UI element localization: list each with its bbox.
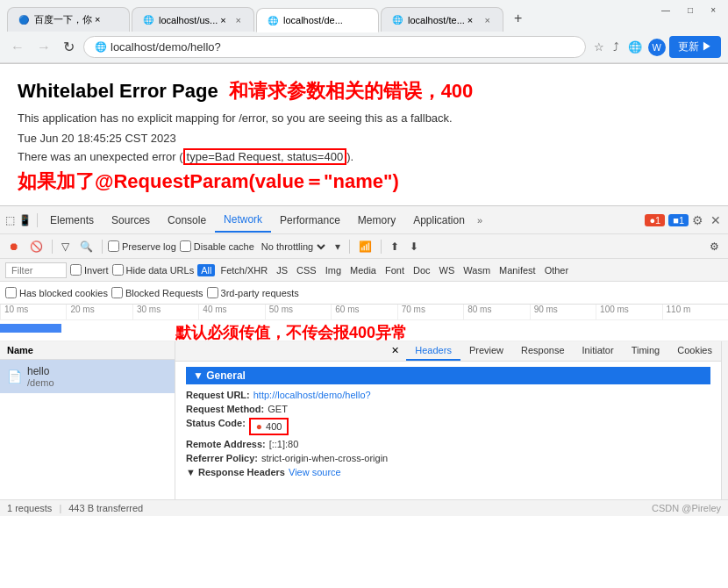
- error-desc: This application has no explicit mapping…: [18, 111, 710, 125]
- devtools-tab-console[interactable]: Console: [159, 209, 215, 232]
- wifi-icon[interactable]: 📶: [355, 239, 375, 255]
- remote-address-row: Remote Address: [::1]:80: [186, 439, 710, 449]
- filter-js[interactable]: JS: [273, 264, 291, 276]
- blocked-requests-input[interactable]: [111, 287, 123, 298]
- filter-ws[interactable]: WS: [436, 264, 459, 276]
- devtools-more-button[interactable]: »: [474, 210, 486, 231]
- refresh-button[interactable]: ↻: [60, 37, 78, 57]
- request-url-value[interactable]: http://localhost/demo/hello?: [253, 390, 371, 400]
- invert-checkbox[interactable]: Invert: [70, 264, 109, 276]
- has-blocked-cookies-label: Has blocked cookies: [19, 288, 108, 298]
- timeline-label-90: 90 ms: [530, 305, 596, 319]
- filter-css[interactable]: CSS: [293, 264, 320, 276]
- network-settings-icon[interactable]: ⚙: [706, 239, 723, 255]
- error-timestamp: Tue Jun 20 18:45:25 CST 2023: [18, 132, 710, 145]
- has-blocked-cookies-checkbox[interactable]: Has blocked cookies: [5, 287, 108, 298]
- tab-3[interactable]: 🌐 localhost/de...: [256, 8, 379, 32]
- third-party-checkbox[interactable]: 3rd-party requests: [207, 287, 299, 298]
- share-icon[interactable]: ⤴: [610, 38, 622, 56]
- hide-data-urls-input[interactable]: [112, 264, 124, 276]
- settings-icon[interactable]: ⚙: [689, 210, 707, 231]
- devtools-device-icon[interactable]: 📱: [17, 212, 33, 228]
- new-tab-button[interactable]: +: [505, 5, 531, 32]
- maximize-button[interactable]: □: [682, 4, 698, 17]
- hide-data-urls-checkbox[interactable]: Hide data URLs: [112, 264, 195, 276]
- filter-fetch-xhr[interactable]: Fetch/XHR: [217, 264, 271, 276]
- third-party-input[interactable]: [207, 287, 218, 298]
- bookmark-icon[interactable]: ☆: [591, 38, 607, 56]
- filter-font[interactable]: Font: [382, 264, 408, 276]
- filter-media[interactable]: Media: [346, 264, 380, 276]
- minimize-button[interactable]: —: [656, 4, 675, 17]
- devtools-tab-performance[interactable]: Performance: [271, 209, 349, 232]
- tab-1[interactable]: 🔵 百度一下，你 ×: [7, 7, 130, 32]
- devtools-tab-network[interactable]: Network: [215, 208, 271, 233]
- devtools-tab-memory[interactable]: Memory: [349, 209, 404, 232]
- back-button[interactable]: ←: [7, 38, 28, 57]
- devtools-badges: ●1 ■1: [645, 214, 689, 226]
- blocked-requests-checkbox[interactable]: Blocked Requests: [111, 287, 203, 298]
- devtools-tab-sources[interactable]: Sources: [103, 209, 159, 232]
- details-tab-cookies[interactable]: Cookies: [668, 341, 721, 361]
- throttle-select[interactable]: No throttling: [258, 240, 328, 253]
- devtools-close-icon[interactable]: ✕: [707, 210, 724, 231]
- tab-bar: 🔵 百度一下，你 × 🌐 localhost/us... × × 🌐 local…: [0, 0, 728, 32]
- response-headers-label: ▼ Response Headers: [186, 467, 285, 477]
- details-close-icon[interactable]: ✕: [384, 341, 406, 361]
- details-tab-headers[interactable]: Headers: [406, 341, 460, 361]
- tab-2[interactable]: 🌐 localhost/us... × ×: [132, 7, 254, 32]
- details-tab-initiator[interactable]: Initiator: [574, 341, 623, 361]
- filter-doc[interactable]: Doc: [410, 264, 434, 276]
- upload-icon[interactable]: ⬆: [387, 239, 403, 255]
- blocked-requests-label: Blocked Requests: [125, 288, 203, 298]
- details-panel: ✕ Headers Preview Response Initiator Tim…: [175, 341, 721, 499]
- profile-icon[interactable]: W: [648, 39, 666, 56]
- close-window-button[interactable]: ×: [705, 4, 721, 17]
- tab-close-4[interactable]: ×: [483, 13, 492, 27]
- devtools-tab-elements[interactable]: Elements: [41, 209, 103, 232]
- disable-cache-checkbox[interactable]: Disable cache: [180, 240, 254, 252]
- devtools-inspect-icon[interactable]: ⬚: [4, 212, 17, 228]
- filter-input[interactable]: [5, 262, 67, 278]
- details-tab-response[interactable]: Response: [512, 341, 574, 361]
- details-tab-timing[interactable]: Timing: [623, 341, 669, 361]
- invert-input[interactable]: [70, 264, 82, 276]
- preserve-log-input[interactable]: [108, 240, 119, 252]
- filter-other[interactable]: Other: [541, 264, 573, 276]
- disable-cache-input[interactable]: [180, 240, 191, 252]
- request-method-label: Request Method:: [186, 404, 264, 414]
- filter-img[interactable]: Img: [322, 264, 345, 276]
- filter-manifest[interactable]: Manifest: [496, 264, 539, 276]
- request-path-hello: /demo: [27, 377, 54, 388]
- preserve-log-checkbox[interactable]: Preserve log: [108, 240, 176, 252]
- view-source-link[interactable]: View source: [289, 467, 341, 477]
- update-button[interactable]: 更新 ▶: [669, 36, 721, 58]
- filter-wasm[interactable]: Wasm: [460, 264, 494, 276]
- tab-title-3: localhost/de...: [283, 15, 368, 25]
- search-icon[interactable]: 🔍: [76, 239, 96, 255]
- filter-all[interactable]: All: [197, 264, 215, 276]
- record-button[interactable]: ⏺: [5, 239, 23, 255]
- tab-close-2[interactable]: ×: [234, 13, 243, 27]
- download-icon[interactable]: ⬇: [406, 239, 422, 255]
- tab-4[interactable]: 🌐 localhost/te... × ×: [381, 7, 503, 32]
- filter-icon[interactable]: ▽: [58, 239, 73, 255]
- timeline-label-110: 110 m: [662, 305, 728, 319]
- devtools-tab-application[interactable]: Application: [404, 209, 474, 232]
- referrer-policy-value: strict-origin-when-cross-origin: [261, 453, 388, 463]
- request-name-hello: hello: [27, 365, 54, 377]
- timeline-labels: 10 ms 20 ms 30 ms 40 ms 50 ms 60 ms 70 m…: [0, 305, 728, 320]
- details-tab-preview[interactable]: Preview: [460, 341, 512, 361]
- requests-header-label: Name: [7, 345, 33, 355]
- clear-button[interactable]: 🚫: [26, 239, 46, 255]
- request-item-hello[interactable]: 📄 hello /demo: [0, 360, 175, 393]
- lock-icon: 🌐: [95, 41, 107, 53]
- address-input[interactable]: 🌐 localhost/demo/hello?: [83, 36, 586, 58]
- devtools-tabs: ⬚ 📱 Elements Sources Console Network Per…: [0, 206, 728, 234]
- status-code-box: ● 400: [249, 418, 289, 435]
- extension-icon[interactable]: 🌐: [625, 38, 645, 56]
- throttle-down-icon[interactable]: ▾: [332, 239, 344, 255]
- forward-button[interactable]: →: [33, 38, 54, 57]
- has-blocked-cookies-input[interactable]: [5, 287, 17, 298]
- scrollbar-right[interactable]: [721, 341, 728, 499]
